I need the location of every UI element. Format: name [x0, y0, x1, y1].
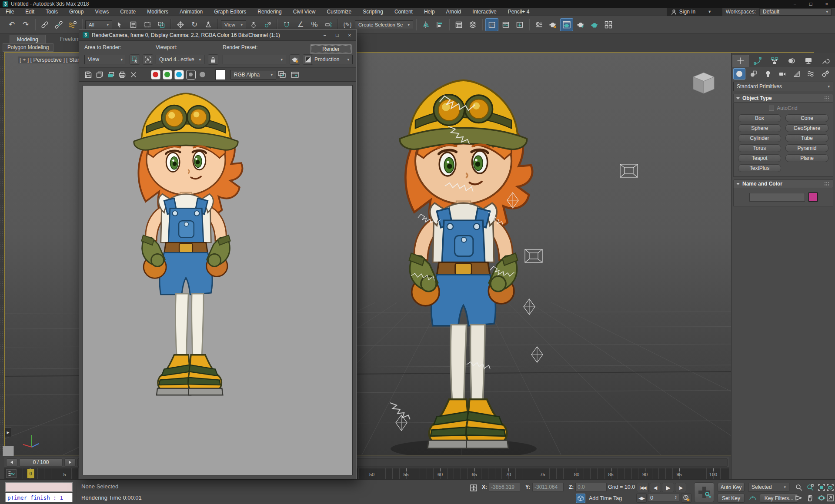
primitive-button[interactable]: GeoSphere — [785, 124, 828, 132]
clone-window-icon[interactable] — [105, 69, 117, 80]
copy-image-icon[interactable] — [94, 69, 105, 80]
lock-viewport-button[interactable] — [208, 54, 218, 65]
maximize-viewport-toggle[interactable] — [825, 493, 835, 503]
spinner-arrows-icon[interactable]: ▲▼ — [675, 495, 677, 500]
mini-curve-editor-button[interactable] — [6, 469, 17, 478]
tab-hierarchy[interactable] — [766, 55, 783, 67]
primitive-button[interactable]: Cone — [785, 114, 828, 122]
render-production-icon[interactable] — [574, 18, 587, 31]
channel-display-dropdown[interactable]: RGB Alpha — [230, 70, 276, 80]
reference-coordsys-dropdown[interactable]: View — [221, 20, 246, 29]
category-spacewarps[interactable] — [805, 68, 817, 80]
render-mode-dropdown[interactable]: Production — [311, 55, 353, 64]
bind-spacewarp-icon[interactable] — [66, 18, 79, 31]
tab-modify[interactable] — [749, 55, 766, 67]
time-slider-handle[interactable]: 0 / 100 — [19, 458, 63, 467]
material-editor-icon[interactable] — [532, 18, 545, 31]
primitive-button[interactable]: Box — [738, 114, 781, 122]
primitive-button[interactable]: Teapot — [738, 154, 781, 162]
menu-item[interactable]: Modifiers — [141, 8, 174, 16]
left-panel-expand-button[interactable]: ▶ — [5, 428, 11, 437]
blue-channel-toggle[interactable] — [174, 70, 184, 80]
primitive-button[interactable]: Tube — [785, 134, 828, 142]
viewport-corner-button[interactable] — [3, 446, 14, 456]
render-preset-dropdown[interactable] — [223, 55, 286, 64]
menu-item[interactable]: Views — [89, 8, 114, 16]
primitive-button[interactable]: Plane — [785, 154, 828, 162]
primitive-button[interactable]: TextPlus — [738, 164, 781, 172]
zoom-icon[interactable] — [793, 483, 805, 492]
key-filters-button[interactable]: Key Filters... — [760, 494, 798, 503]
dialog-title-bar[interactable]: 3 RenderCamera, frame 0, Display Gamma: … — [79, 30, 356, 41]
menu-item[interactable]: Edit — [20, 8, 40, 16]
primitive-button[interactable]: Sphere — [738, 124, 781, 132]
field-of-view-icon[interactable] — [793, 493, 805, 503]
drag-handle-icon[interactable] — [824, 96, 830, 100]
transform-typein-toggle[interactable] — [469, 483, 478, 493]
tab-create[interactable] — [732, 55, 749, 67]
alpha-channel-toggle[interactable] — [198, 70, 207, 80]
next-frame-button[interactable]: |▶ — [675, 483, 686, 492]
category-systems[interactable] — [819, 68, 832, 80]
primitive-button[interactable]: Cylinder — [738, 134, 781, 142]
menu-item[interactable]: Interactive — [467, 8, 502, 16]
set-key-button[interactable]: Set Key — [718, 494, 745, 503]
menu-item[interactable]: Animation — [174, 8, 208, 16]
view-cube[interactable] — [690, 71, 718, 96]
menu-item[interactable]: Civil View — [287, 8, 321, 16]
edit-region-button[interactable] — [130, 54, 140, 65]
set-keys-button[interactable] — [694, 482, 714, 502]
ribbon-toggle-icon[interactable] — [485, 18, 498, 31]
redo-icon[interactable]: ↷ — [19, 18, 32, 31]
autogrid-checkbox[interactable] — [769, 106, 774, 111]
layer-explorer-icon[interactable] — [466, 18, 479, 31]
link-icon[interactable] — [38, 18, 51, 31]
background-color-swatch[interactable] — [215, 70, 225, 80]
render-setup-button[interactable] — [290, 54, 300, 65]
dialog-minimize-button[interactable]: − — [323, 33, 326, 38]
tab-display[interactable] — [800, 55, 817, 67]
current-frame-spinner[interactable]: 0 ▲▼ — [648, 493, 679, 502]
menu-item[interactable]: Customize — [321, 8, 357, 16]
go-to-start-button[interactable]: |◀◀ — [637, 483, 649, 492]
object-color-swatch[interactable] — [808, 192, 818, 202]
sign-in-button[interactable]: Sign In ▼ — [667, 8, 722, 16]
named-selection-sets-dropdown[interactable]: Create Selection Se — [355, 20, 413, 29]
render-iterative-icon[interactable] — [588, 18, 601, 31]
rendered-frame-window-icon[interactable] — [560, 18, 573, 31]
unlink-icon[interactable] — [52, 18, 65, 31]
menu-item[interactable]: Create — [114, 8, 141, 16]
mirror-icon[interactable] — [419, 18, 432, 31]
object-type-rollout-header[interactable]: Object Type — [733, 94, 833, 103]
menu-item[interactable]: Graph Editors — [208, 8, 252, 16]
dialog-maximize-button[interactable]: □ — [336, 33, 339, 38]
default-in-out-tangents-icon[interactable] — [747, 493, 758, 503]
auto-region-button[interactable] — [143, 54, 153, 65]
menu-item[interactable]: Scripting — [357, 8, 389, 16]
schematic-view-icon[interactable] — [513, 18, 526, 31]
minimize-button[interactable]: − — [793, 1, 796, 7]
green-channel-toggle[interactable] — [163, 70, 172, 80]
menu-item[interactable]: Help — [418, 8, 441, 16]
z-coordinate-field[interactable] — [575, 483, 607, 491]
menu-item[interactable]: Content — [389, 8, 418, 16]
pan-hand-icon[interactable] — [805, 493, 816, 503]
zoom-all-icon[interactable] — [805, 483, 816, 492]
x-coordinate-field[interactable] — [489, 483, 520, 491]
monochrome-toggle[interactable] — [186, 70, 196, 80]
current-frame-marker[interactable]: 0 — [27, 469, 34, 478]
category-cameras[interactable] — [776, 68, 788, 80]
selection-filter-dropdown[interactable]: All — [85, 20, 112, 29]
menu-item[interactable]: Tools — [40, 8, 63, 16]
previous-frame-button[interactable]: ◀| — [650, 483, 661, 492]
layer-eye-icon[interactable] — [276, 69, 287, 80]
next-frame-button[interactable] — [64, 458, 76, 467]
time-configuration-button[interactable] — [681, 493, 691, 503]
previous-frame-button[interactable] — [6, 458, 17, 467]
tab-utilities[interactable] — [817, 55, 834, 67]
dialog-close-button[interactable]: × — [348, 33, 351, 38]
tab-modeling[interactable]: Modeling — [10, 35, 46, 43]
tab-polygon-modeling[interactable]: Polygon Modeling — [3, 43, 53, 52]
category-helpers[interactable] — [791, 68, 803, 80]
maxscript-listener-output[interactable]: pTimer finish : 1 — [5, 493, 73, 502]
